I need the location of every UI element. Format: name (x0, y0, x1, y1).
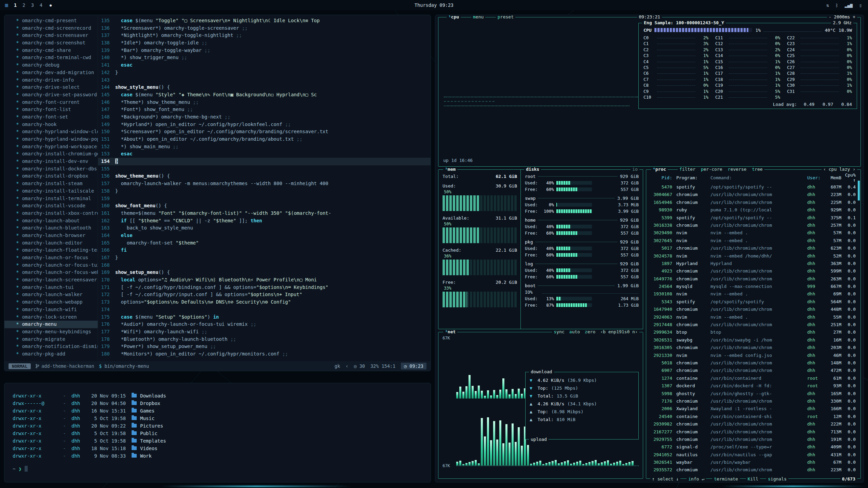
io-tab[interactable]: io (630, 167, 639, 172)
process-row[interactable]: 5470 spotify /opt/spotify/spotify -- dhh… (646, 183, 860, 191)
cpu-tab[interactable]: ¹cpu (447, 15, 461, 20)
process-row[interactable]: 24564 mysqld mysqld --max-connection 999… (646, 283, 860, 290)
process-row[interactable]: 2917448 chromium /usr/lib/chromium/chrom… (646, 321, 860, 329)
file-item[interactable]: * omarchy-debug (4, 61, 98, 69)
process-row[interactable]: 5343 spotify /opt/spotify/spotify dhh 56… (646, 298, 860, 306)
header-command[interactable]: Command: (710, 175, 807, 180)
process-row[interactable]: 2929755 chromium /usr/lib/chromium/chrom… (646, 436, 860, 443)
shell-prompt[interactable]: ~ ❯ (13, 466, 431, 472)
process-row[interactable]: 2935572 chromium /usr/lib/chromium/chrom… (646, 466, 860, 474)
process-row[interactable]: 3004667 chromium /usr/lib/chromium/chrom… (646, 191, 860, 198)
process-row[interactable]: 5399 spotify /opt/spotify/spotify -- dhh… (646, 214, 860, 222)
process-row[interactable]: 3027645 nvim nvim --embed . dhh 57M 0.0 (646, 237, 860, 245)
proc-scrollbar[interactable] (858, 181, 860, 200)
signals-action[interactable]: signals (766, 476, 788, 482)
file-item[interactable]: * omarchy-font-list (4, 106, 98, 113)
updown-arrows-icon[interactable]: ⇅ (826, 3, 829, 8)
menu-button[interactable]: menu (471, 15, 485, 20)
file-item[interactable]: * omarchy-pkg-add (4, 350, 98, 358)
process-row[interactable]: 3029490 nvim nvim --embed . dhh 57M 0.0 (646, 229, 860, 237)
file-item[interactable]: * omarchy-launch-bluetooth (4, 224, 98, 232)
process-row[interactable]: 24540 containe /usr/bin/containerd-shi r… (646, 413, 860, 420)
proc-button[interactable]: per-core (701, 167, 722, 172)
header-cpu[interactable]: Cpu% ↑ (841, 172, 857, 183)
process-row[interactable]: 5017 chromium /usr/lib/chromium/chrom dh… (646, 245, 860, 252)
file-item[interactable]: * omarchy-menu (4, 321, 98, 328)
process-row[interactable]: 2924063 nvim nvim --embed . dhh 55M 0.0 (646, 313, 860, 321)
mem-tab[interactable]: ²mem (443, 167, 457, 172)
file-item[interactable]: * omarchy-hook (4, 121, 98, 128)
select-hint[interactable]: ↑ select ↓ (650, 476, 680, 482)
file-item[interactable]: * omarchy-install-steam (4, 180, 98, 187)
file-item[interactable]: * omarchy-drive-info (4, 76, 98, 84)
file-item[interactable]: * omarchy-lock-screen (4, 313, 98, 321)
process-row[interactable]: 2921330 nvim nvim --embed config.jso dhh… (646, 352, 860, 359)
terminate-action[interactable]: terminate (712, 476, 740, 482)
battery-icon[interactable]: ▯ (859, 3, 862, 8)
header-memb[interactable]: MemB (823, 175, 841, 180)
process-row[interactable]: 98930 ruby puma 7.1.0 (tcp://local dhh 9… (646, 206, 860, 214)
file-item[interactable]: * omarchy-launch-about (4, 217, 98, 225)
workspace-button[interactable]: 2 (23, 2, 25, 8)
file-item[interactable]: * omarchy-cmd-screenshot (4, 39, 98, 47)
process-row[interactable]: 1307 dockerd /usr/bin/dockerd -H fd: roo… (646, 382, 860, 390)
file-item[interactable]: * omarchy-cmd-screenrecord (4, 25, 98, 32)
process-row[interactable]: 1647940 chromium /usr/lib/chromium/chrom… (646, 306, 860, 313)
bluetooth-icon[interactable]: ᛒ (836, 3, 838, 8)
file-item[interactable]: * omarchy-cmd-terminal-cwd (4, 54, 98, 61)
process-row[interactable]: 2941052 nautilus /usr/bin/nautilus --gap… (646, 451, 860, 459)
workspace-button[interactable]: 4 (40, 2, 42, 8)
net-button[interactable]: auto (569, 329, 580, 335)
file-item[interactable]: * omarchy-cmd-screensaver (4, 32, 98, 39)
file-item[interactable]: * omarchy-launch-or-focus (4, 254, 98, 262)
net-tab[interactable]: ³net (443, 329, 457, 335)
header-program[interactable]: Program: (676, 175, 707, 180)
file-item[interactable]: * omarchy-cmd-present (4, 17, 98, 25)
process-row[interactable]: 2930982 chromium /usr/lib/chromium/chrom… (646, 420, 860, 428)
file-item[interactable]: * omarchy-install-docker-dbs (4, 165, 98, 173)
process-row[interactable]: 7176 chromium /usr/lib/chromium/chrom dh… (646, 398, 860, 405)
process-row[interactable]: 1654946 chromium /usr/lib/chromium/chrom… (646, 199, 860, 206)
code-area[interactable]: 135 case $(menu "Toggle" "▢ Screensaver\… (98, 15, 431, 371)
file-item[interactable]: * omarchy-hyprland-workspace-toggle (4, 143, 98, 151)
file-item[interactable]: * omarchy-launch-floating-terminal- (4, 247, 98, 254)
process-row[interactable]: 2006 Xwayland Xwayland :1 -rootless - dh… (646, 405, 860, 413)
disks-tab[interactable]: disks (524, 167, 541, 172)
file-item[interactable]: * omarchy-hyprland-window-close-all (4, 128, 98, 136)
file-item[interactable]: * omarchy-dev-add-migration (4, 69, 98, 76)
file-item[interactable]: * omarchy-install-dropbox (4, 172, 98, 180)
info-action[interactable]: info ↵ (687, 476, 706, 482)
process-row[interactable]: 1930108 nvim nvim --embed . dhh 69M 0.0 (646, 290, 860, 298)
omarchy-logo-icon[interactable]: ⊞ (5, 2, 8, 9)
file-item[interactable]: * omarchy-launch-screensaver (4, 276, 98, 284)
process-row[interactable]: 3016338 chromium /usr/lib/chromium/chrom… (646, 222, 860, 229)
preset-button[interactable]: preset (496, 15, 515, 20)
file-item[interactable]: * omarchy-install-dev-env (4, 158, 98, 165)
process-row[interactable]: 2167277 chromium /usr/lib/chromium/chrom… (646, 428, 860, 436)
file-item[interactable]: * omarchy-migrate (4, 336, 98, 343)
process-row[interactable]: 6907 chromium /usr/lib/chromium/chrom dh… (646, 367, 860, 374)
file-item[interactable]: * omarchy-launch-or-focus-tui (4, 262, 98, 269)
file-item[interactable]: * omarchy-font-set (4, 113, 98, 121)
proc-button[interactable]: reverse (728, 167, 747, 172)
header-pid[interactable]: Pid: (650, 175, 672, 180)
proc-button[interactable]: filter (679, 167, 695, 172)
net-button[interactable]: sync (554, 329, 564, 335)
file-item[interactable]: * omarchy-launch-wifi (4, 306, 98, 313)
file-item[interactable]: * omarchy-install-tailscale (4, 187, 98, 195)
interface-selector[interactable]: ‹b enp191s0 n› (600, 329, 638, 335)
process-row[interactable]: 5998 ghostty /usr/bin/ghostty --gtk- dhh… (646, 390, 860, 398)
signal-bars-icon[interactable]: ▂▄▆ (845, 3, 853, 8)
file-item[interactable]: * omarchy-menu-keybindings (4, 328, 98, 336)
file-item[interactable]: * omarchy-drive-select (4, 84, 98, 91)
file-item[interactable]: * omarchy-cmd-share (4, 47, 98, 54)
file-item[interactable]: * omarchy-install-vscode (4, 202, 98, 210)
process-row[interactable]: 1274 containe /usr/bin/containerd root 6… (646, 375, 860, 382)
process-row[interactable]: 4923 chromium /usr/lib/chromium/chrom dh… (646, 267, 860, 275)
file-item[interactable]: * omarchy-launch-browser (4, 232, 98, 239)
file-item[interactable]: * omarchy-hyprland-window-pop (4, 136, 98, 143)
proc-tab[interactable]: ⁴proc (651, 167, 668, 172)
workspace-button[interactable]: 1 (14, 2, 17, 8)
process-row[interactable]: 3024578 nvim nvim --embed /home/dhh/ dhh… (646, 252, 860, 260)
file-item[interactable]: * omarchy-launch-walker (4, 291, 98, 298)
